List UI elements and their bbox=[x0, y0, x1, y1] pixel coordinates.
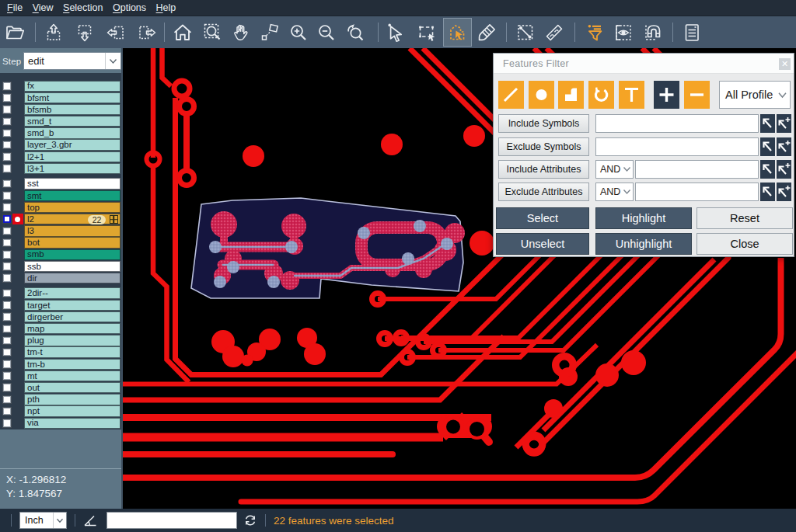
shape-pad-button[interactable] bbox=[558, 81, 584, 109]
layer-name[interactable]: tm-b bbox=[24, 359, 120, 370]
layer-name[interactable]: tm-t bbox=[24, 346, 120, 357]
layer-checkbox[interactable] bbox=[2, 105, 12, 114]
pointer-select-button[interactable] bbox=[382, 18, 410, 47]
layer-checkbox[interactable] bbox=[2, 129, 12, 138]
layer-checkbox[interactable] bbox=[2, 312, 12, 322]
dialog-title-bar[interactable]: Features Filter ✕ bbox=[494, 54, 794, 74]
layer-name[interactable]: mt bbox=[24, 370, 120, 381]
layer-checkbox[interactable] bbox=[2, 325, 12, 334]
layer-name[interactable]: smd_b bbox=[24, 127, 120, 138]
layer-row-smd_b[interactable]: smd_b bbox=[0, 127, 121, 139]
report-list-button[interactable] bbox=[678, 18, 707, 47]
features-filter-button[interactable] bbox=[580, 18, 609, 47]
layer-name[interactable]: fx bbox=[24, 81, 120, 92]
layer-name[interactable]: 2dir-- bbox=[24, 287, 120, 298]
layer-checkbox[interactable] bbox=[2, 227, 12, 236]
measure-line-button[interactable] bbox=[511, 18, 540, 47]
layer-row-top[interactable]: top bbox=[0, 202, 121, 214]
and-or-select[interactable]: AND bbox=[595, 183, 634, 201]
pick-add-from-screen-button[interactable] bbox=[777, 183, 791, 201]
layer-name[interactable]: smt bbox=[24, 190, 120, 201]
remove-filter-button[interactable] bbox=[684, 81, 710, 109]
layer-row-dir[interactable]: dir bbox=[0, 273, 121, 284]
layer-row-2dir--[interactable]: 2dir-- bbox=[0, 287, 121, 299]
layer-name[interactable]: target bbox=[24, 300, 120, 311]
shape-circle-button[interactable] bbox=[529, 81, 554, 109]
pick-add-from-screen-button[interactable] bbox=[777, 114, 791, 133]
layer-name[interactable]: l222 bbox=[24, 214, 120, 224]
layer-checkbox[interactable] bbox=[2, 191, 12, 200]
layer-row-map[interactable]: map bbox=[0, 323, 121, 335]
pan-left-button[interactable] bbox=[102, 18, 131, 47]
layer-row-dirgerber[interactable]: dirgerber bbox=[0, 311, 121, 323]
chevron-down-icon[interactable] bbox=[105, 53, 120, 69]
layer-checkbox[interactable] bbox=[2, 250, 12, 259]
filter-label[interactable]: Include Attributes bbox=[498, 160, 589, 179]
layer-row-smd_t[interactable]: smd_t bbox=[0, 116, 121, 127]
zoom-window-button[interactable] bbox=[256, 18, 285, 47]
pan-up-button[interactable] bbox=[40, 18, 68, 47]
chevron-down-icon[interactable] bbox=[621, 183, 633, 200]
layer-checkbox[interactable] bbox=[2, 141, 12, 150]
layer-name[interactable]: top bbox=[24, 202, 120, 213]
layer-row-sst[interactable]: sst bbox=[0, 178, 121, 190]
layer-name[interactable]: dir bbox=[24, 273, 120, 283]
filter-label[interactable]: Include Symbols bbox=[498, 114, 589, 133]
filter-label[interactable]: Exclude Attributes bbox=[498, 183, 589, 201]
layer-row-ssb[interactable]: ssb bbox=[0, 261, 121, 273]
home-button[interactable] bbox=[169, 18, 197, 47]
layer-checkbox[interactable] bbox=[2, 407, 12, 416]
menu-file[interactable]: File bbox=[7, 2, 23, 13]
layer-checkbox[interactable] bbox=[2, 152, 12, 162]
filter-input[interactable] bbox=[635, 183, 759, 201]
add-filter-button[interactable] bbox=[654, 81, 679, 109]
step-select[interactable]: edit bbox=[23, 52, 121, 70]
layer-checkbox[interactable] bbox=[2, 383, 12, 392]
layer-checkbox[interactable] bbox=[2, 348, 12, 357]
layer-row-target[interactable]: target bbox=[0, 300, 121, 311]
pick-from-screen-button[interactable] bbox=[760, 114, 775, 133]
select-button[interactable]: Select bbox=[496, 207, 589, 229]
layer-row-npt[interactable]: npt bbox=[0, 405, 121, 417]
layer-checkbox[interactable] bbox=[2, 273, 12, 283]
filter-label[interactable]: Exclude Symbols bbox=[498, 137, 589, 156]
layer-checkbox[interactable] bbox=[2, 336, 12, 346]
layer-row-plug[interactable]: plug bbox=[0, 335, 121, 346]
pan-down-button[interactable] bbox=[71, 18, 100, 47]
layer-name[interactable]: pth bbox=[24, 394, 120, 405]
angle-measure-icon[interactable] bbox=[82, 512, 99, 529]
layer-checkbox[interactable] bbox=[2, 289, 12, 298]
layer-row-l3[interactable]: l3 bbox=[0, 225, 121, 237]
filter-input[interactable] bbox=[595, 137, 759, 156]
unselect-button[interactable]: Unselect bbox=[496, 233, 589, 255]
layer-name[interactable]: l3 bbox=[24, 225, 120, 236]
refresh-icon[interactable] bbox=[243, 513, 258, 528]
zoom-previous-button[interactable] bbox=[341, 18, 370, 47]
zoom-region-button[interactable] bbox=[199, 18, 228, 47]
layer-row-tm-t[interactable]: tm-t bbox=[0, 346, 121, 358]
layer-row-layer_3.gbr[interactable]: layer_3.gbr bbox=[0, 139, 121, 151]
unhighlight-button[interactable]: Unhighlight bbox=[595, 233, 692, 255]
layer-row-mt[interactable]: mt bbox=[0, 370, 121, 382]
view-options-button[interactable] bbox=[609, 18, 638, 47]
shape-text-button[interactable] bbox=[619, 81, 644, 109]
layer-name[interactable]: l2+1 bbox=[24, 151, 120, 162]
layer-checkbox[interactable] bbox=[2, 360, 12, 369]
layer-checkbox[interactable] bbox=[2, 203, 12, 212]
pan-right-button[interactable] bbox=[133, 18, 162, 47]
menu-help[interactable]: Help bbox=[156, 2, 176, 13]
and-or-select[interactable]: AND bbox=[595, 160, 634, 179]
layer-checkbox[interactable] bbox=[2, 164, 12, 173]
open-folder-button[interactable] bbox=[1, 18, 30, 47]
layer-name[interactable]: out bbox=[24, 382, 120, 393]
layer-name[interactable]: via bbox=[24, 418, 120, 429]
layer-name[interactable]: smd_t bbox=[24, 116, 120, 127]
reset-button[interactable]: Reset bbox=[696, 207, 793, 229]
layer-name[interactable]: ssb bbox=[24, 261, 120, 272]
layer-checkbox[interactable] bbox=[2, 238, 12, 248]
command-input[interactable] bbox=[106, 512, 237, 529]
layer-checkbox[interactable] bbox=[2, 301, 12, 310]
layer-row-fx[interactable]: fx bbox=[0, 81, 121, 92]
layer-row-l2[interactable]: l222 bbox=[0, 214, 121, 225]
layer-row-smb[interactable]: smb bbox=[0, 249, 121, 261]
